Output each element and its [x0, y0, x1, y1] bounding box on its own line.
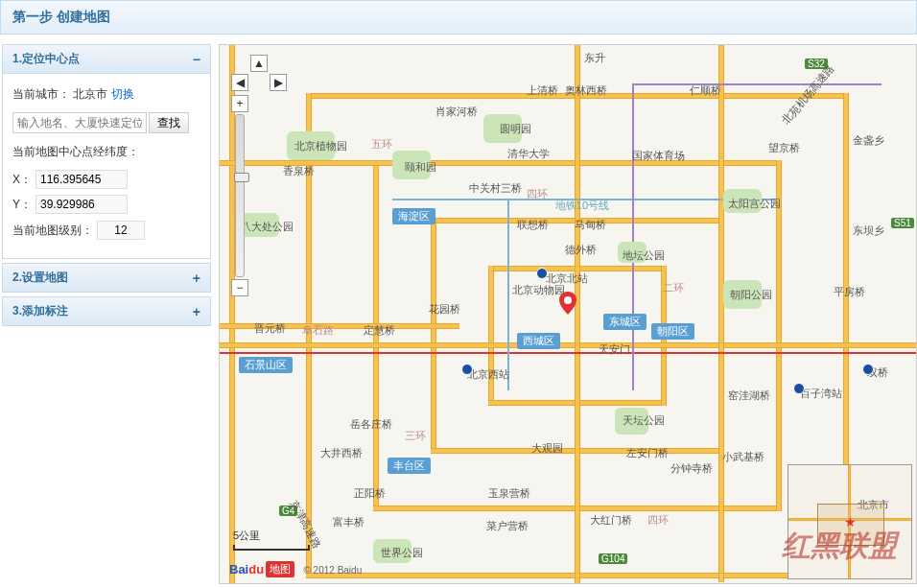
map-label: 小武基桥	[722, 450, 764, 464]
y-input[interactable]	[35, 195, 128, 214]
district-label: 石景山区	[239, 357, 293, 373]
star-icon: ★	[844, 514, 857, 529]
expand-icon: +	[193, 270, 200, 286]
page-title: 第一步 创建地图	[12, 9, 110, 24]
pan-left-button[interactable]: ◀	[231, 74, 248, 91]
current-city-label: 当前城市：	[12, 87, 70, 101]
expand-icon: +	[193, 304, 200, 319]
expressway-shield: S32	[805, 59, 828, 69]
map-label: 五环	[371, 137, 392, 152]
accordion-section-locate[interactable]: 1.定位中心点 −	[2, 44, 211, 74]
switch-city-link[interactable]: 切换	[111, 87, 134, 101]
zoom-label: 当前地图级别：	[12, 220, 93, 241]
map-label: 正阳桥	[354, 486, 386, 501]
center-marker	[556, 292, 579, 315]
accordion-title: 2.设置地图	[12, 270, 68, 286]
svg-point-0	[564, 296, 572, 304]
map-label: 北京北站	[546, 271, 588, 286]
district-label: 朝阳区	[651, 323, 694, 340]
minimap[interactable]: 北京市 ★	[788, 464, 912, 579]
map-label: 三环	[405, 429, 426, 443]
map-label: 东坝乡	[853, 223, 884, 238]
map-label: 东升	[584, 51, 605, 65]
page-header: 第一步 创建地图	[0, 0, 917, 35]
y-label: Y：	[12, 197, 35, 213]
collapse-icon: −	[193, 52, 200, 67]
map-label: 富丰桥	[333, 515, 364, 529]
map-label: 肖家河桥	[435, 105, 478, 119]
accordion-title: 1.定位中心点	[12, 51, 80, 67]
station-icon	[862, 364, 874, 375]
expressway-shield: S51	[891, 218, 914, 228]
district-label: 东城区	[603, 314, 647, 330]
map-label: 大红门桥	[590, 513, 632, 528]
accordion-title: 3.添加标注	[12, 303, 68, 319]
map-label: 四环	[647, 513, 669, 528]
sidebar: 1.定位中心点 − 当前城市： 北京市 切换 查找 当前地图中心点经纬度： X：…	[0, 44, 219, 584]
pan-right-button[interactable]: ▶	[270, 74, 287, 91]
zoom-in-button[interactable]: +	[231, 95, 248, 112]
map-label: 清华大学	[507, 147, 550, 161]
zoom-input[interactable]	[97, 221, 145, 240]
copyright: © 2012 Baidu	[303, 565, 362, 576]
scale-bar: 5公里	[233, 529, 310, 551]
baidu-logo: Baidu 地图 © 2012 Baidu	[229, 561, 362, 577]
map-label: 菜户营桥	[486, 519, 529, 533]
map-label: 地铁10号线	[555, 199, 609, 213]
station-icon	[793, 383, 805, 394]
station-icon	[536, 268, 548, 279]
map-label: 中关村三桥	[469, 181, 522, 196]
zoom-slider[interactable]	[235, 114, 245, 277]
map-label: 玉泉营桥	[488, 486, 530, 501]
map-label: 百子湾站	[800, 387, 842, 401]
map-label: 望京桥	[768, 141, 800, 155]
map-label: 大井西桥	[320, 446, 363, 460]
district-label: 海淀区	[392, 208, 435, 224]
accordion-section-markers[interactable]: 3.添加标注 +	[2, 296, 211, 326]
map-label: 平房桥	[834, 285, 865, 299]
zoom-out-button[interactable]: −	[231, 279, 248, 296]
map-label: 分钟寺桥	[670, 461, 713, 476]
logo-map-tag: 地图	[266, 561, 294, 577]
search-button[interactable]: 查找	[149, 112, 189, 133]
map-label: 德外桥	[565, 243, 597, 257]
current-city-value: 北京市	[73, 87, 107, 101]
search-input[interactable]	[12, 112, 147, 133]
map-label: 金盏乡	[853, 133, 884, 148]
zoom-controls: ▲ ◀ ▶ + −	[231, 55, 287, 298]
map[interactable]: 海淀区西城区东城区朝阳区丰台区石景山区S32S51G4G104东升上清桥奥林西桥…	[219, 44, 917, 584]
pan-up-button[interactable]: ▲	[250, 55, 268, 72]
accordion-section-settings[interactable]: 2.设置地图 +	[2, 263, 211, 293]
expressway-shield: G104	[599, 553, 627, 564]
x-label: X：	[12, 172, 35, 188]
map-label: 窑洼湖桥	[728, 388, 770, 403]
station-icon	[461, 364, 473, 375]
expressway-shield: G4	[279, 506, 297, 516]
scale-text: 5公里	[233, 529, 260, 541]
map-label: 岳各庄桥	[350, 417, 392, 432]
panel-locate: 当前城市： 北京市 切换 查找 当前地图中心点经纬度： X： Y： 当前地图级别…	[2, 74, 211, 259]
x-input[interactable]	[35, 170, 128, 189]
district-label: 丰台区	[388, 458, 431, 474]
coord-label: 当前地图中心点经纬度：	[12, 141, 200, 162]
